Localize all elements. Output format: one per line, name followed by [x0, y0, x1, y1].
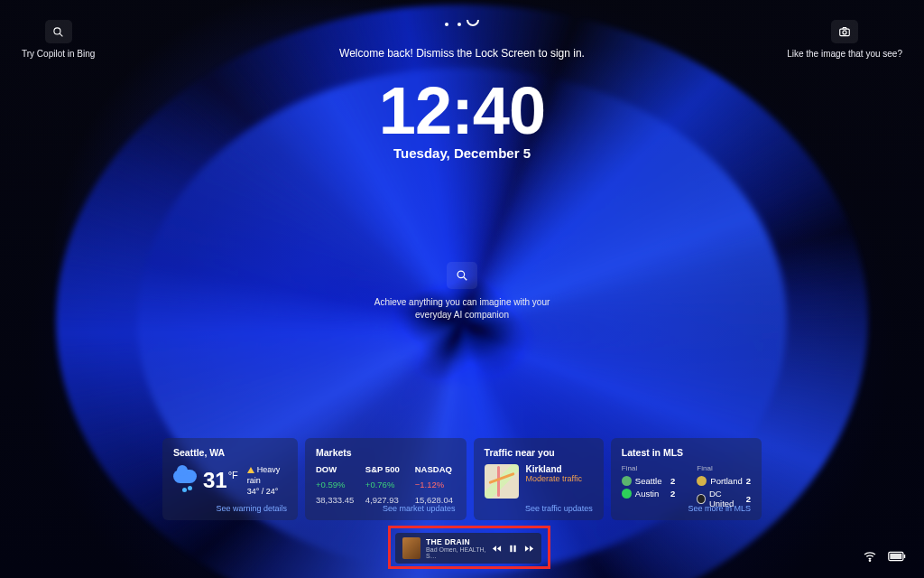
pause-icon[interactable]: [508, 544, 518, 554]
search-icon: [45, 20, 72, 43]
weather-temp: 31: [203, 468, 227, 492]
market-name: S&P 500: [365, 464, 406, 474]
mls-team-row: Portland2: [697, 476, 751, 486]
market-pct: −1.12%: [415, 480, 456, 489]
weather-card[interactable]: Seattle, WA 31°F Heavy rain 34° / 24° Se…: [162, 438, 298, 520]
windows-hello-icon: [445, 20, 479, 26]
svg-rect-7: [513, 545, 515, 551]
svg-point-0: [54, 27, 60, 33]
media-track-title: THE DRAIN: [426, 537, 486, 546]
svg-rect-11: [890, 554, 901, 559]
mls-final: Final: [622, 464, 675, 472]
svg-line-5: [464, 277, 467, 281]
weather-hi-lo: 34° / 24°: [247, 486, 287, 497]
search-icon: [447, 262, 477, 289]
weather-title: Seattle, WA: [173, 447, 287, 458]
team-badge-icon: [697, 476, 707, 486]
team-badge-icon: [622, 476, 632, 486]
system-tray: [863, 549, 906, 564]
rain-icon: [173, 468, 194, 493]
mls-team-row: Seattle2: [622, 476, 675, 486]
clock-date: Tuesday, December 5: [0, 145, 924, 161]
traffic-location: Kirkland: [526, 464, 582, 474]
traffic-title: Traffic near you: [485, 447, 593, 458]
team-badge-icon: [697, 494, 706, 504]
markets-card[interactable]: Markets DOW S&P 500 NASDAQ +0.59% +0.76%…: [305, 438, 467, 520]
mls-card[interactable]: Latest in MLS Final Seattle2 Austin2 Fin…: [611, 438, 762, 520]
svg-rect-6: [510, 545, 512, 551]
weather-link[interactable]: See warning details: [216, 504, 287, 513]
center-copilot-line1: Achieve anything you can imagine with yo…: [374, 297, 550, 307]
team-badge-icon: [622, 489, 632, 499]
svg-line-1: [60, 33, 62, 36]
svg-point-8: [869, 560, 870, 561]
welcome-text: Welcome back! Dismiss the Lock Screen to…: [0, 47, 924, 60]
album-art: [402, 537, 420, 559]
media-track-artist: Bad Omen, HEALTH, S…: [426, 546, 486, 559]
center-copilot[interactable]: Achieve anything you can imagine with yo…: [0, 262, 924, 321]
market-val: 38,333.45: [316, 495, 356, 505]
market-name: DOW: [316, 464, 356, 474]
media-control[interactable]: THE DRAIN Bad Omen, HEALTH, S…: [395, 533, 541, 564]
center-copilot-line2: everyday AI companion: [415, 310, 509, 320]
battery-icon[interactable]: [888, 551, 906, 562]
mls-final: Final: [697, 464, 751, 472]
market-pct: +0.76%: [365, 480, 406, 489]
widget-row: Seattle, WA 31°F Heavy rain 34° / 24° Se…: [162, 438, 762, 520]
svg-rect-10: [904, 555, 906, 558]
traffic-card[interactable]: Traffic near you Kirkland Moderate traff…: [474, 438, 604, 520]
warning-icon: [247, 467, 254, 473]
previous-icon[interactable]: [492, 544, 502, 554]
wifi-icon[interactable]: [863, 549, 877, 564]
svg-point-4: [457, 271, 465, 278]
next-icon[interactable]: [524, 544, 534, 554]
mls-link[interactable]: See more in MLS: [688, 504, 751, 513]
svg-rect-2: [840, 29, 850, 36]
market-name: NASDAQ: [415, 464, 456, 474]
clock-time: 12:40: [0, 72, 924, 149]
traffic-status: Moderate traffic: [526, 474, 582, 483]
mls-title: Latest in MLS: [622, 447, 751, 458]
weather-unit: °F: [228, 470, 238, 480]
map-icon: [485, 464, 519, 499]
clock[interactable]: 12:40 Tuesday, December 5: [0, 72, 924, 161]
markets-title: Markets: [316, 447, 456, 458]
svg-point-3: [843, 31, 846, 34]
markets-link[interactable]: See market updates: [383, 504, 456, 513]
traffic-link[interactable]: See traffic updates: [525, 504, 593, 513]
mls-team-row: Austin2: [622, 489, 675, 499]
market-pct: +0.59%: [316, 480, 356, 489]
camera-icon: [831, 20, 858, 43]
